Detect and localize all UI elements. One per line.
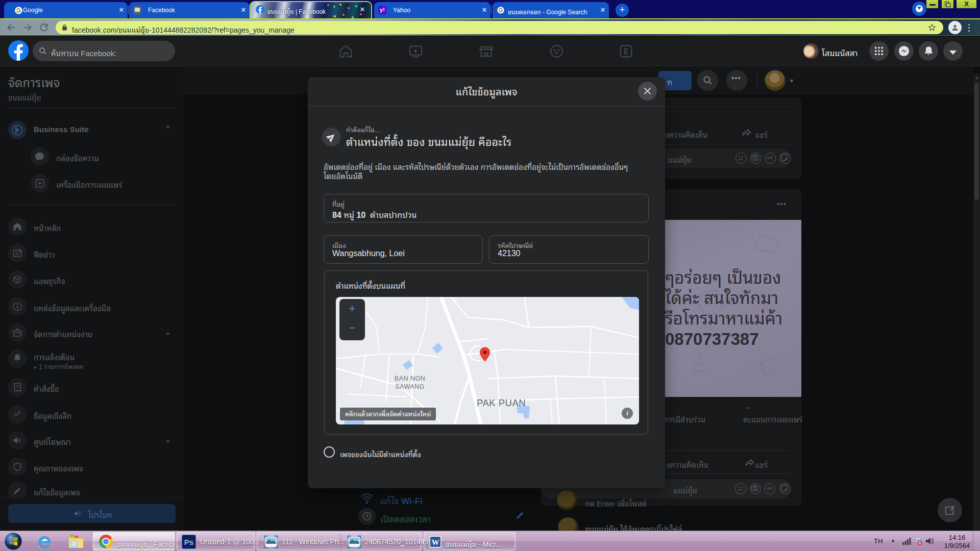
svg-text:SAWANG: SAWANG: [395, 383, 425, 390]
svg-text:W: W: [432, 538, 439, 546]
svg-text:BAN NON: BAN NON: [395, 375, 425, 382]
svg-text:PAK PUAN: PAK PUAN: [477, 397, 526, 408]
